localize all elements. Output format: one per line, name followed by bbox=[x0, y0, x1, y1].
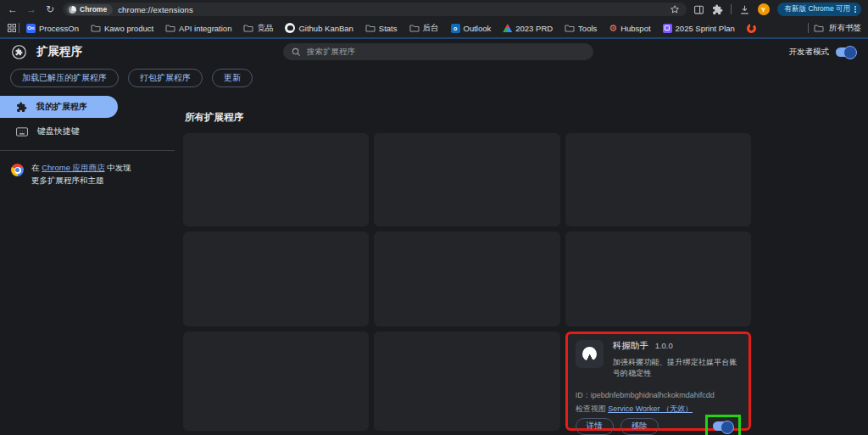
back-icon[interactable]: ← bbox=[7, 4, 19, 14]
extensions-puzzle-icon[interactable] bbox=[712, 4, 723, 15]
extension-card-empty bbox=[374, 133, 559, 226]
download-icon[interactable] bbox=[739, 4, 750, 15]
processon-icon: On bbox=[26, 24, 36, 33]
extension-id-value: ipebdnfebmbghidnalhckokmdahifcdd bbox=[591, 391, 715, 399]
kawo-extension-icon bbox=[576, 340, 604, 368]
chrome-store-icon bbox=[11, 164, 24, 176]
extension-card-empty bbox=[565, 231, 751, 326]
remove-button[interactable]: 移除 bbox=[620, 418, 659, 435]
bookmarks-separator bbox=[19, 23, 19, 33]
search-placeholder: 搜索扩展程序 bbox=[307, 47, 355, 58]
details-button[interactable]: 详情 bbox=[576, 418, 614, 435]
extensions-grid: 科握助手 1.0.0 加强科握功能、提升绑定社媒平台账号的稳定性 ID：ipeb… bbox=[183, 133, 751, 431]
bookmark-api-integration[interactable]: API integration bbox=[160, 20, 236, 36]
keyboard-icon bbox=[16, 127, 28, 137]
bookmark-favicon-only[interactable] bbox=[742, 20, 761, 36]
bookmark-2023-prd[interactable]: 2023 PRD bbox=[498, 20, 558, 36]
extension-card-empty bbox=[374, 231, 559, 326]
url-text: chrome://extensions bbox=[118, 5, 193, 14]
bookmark-label: API integration bbox=[179, 24, 231, 33]
extension-version: 1.0.0 bbox=[655, 341, 673, 350]
drive-icon bbox=[503, 24, 512, 32]
bookmark-label: 后台 bbox=[423, 23, 439, 34]
bookmark-label: 竞品 bbox=[257, 23, 273, 34]
page-title: 扩展程序 bbox=[36, 44, 82, 59]
web-store-promo-text: 在 Chrome 应用商店 中发现 更多扩展程序和主题 bbox=[31, 162, 131, 187]
chrome-update-chip-label: 有新版 Chrome 可用 bbox=[785, 4, 850, 14]
bookmark-2025-sprint-plan[interactable]: 2025 Sprint Plan bbox=[658, 20, 740, 36]
sidebar: 我的扩展程序 键盘快捷键 在 Chrome 应用商店 中发现 更多扩展程序和主题 bbox=[0, 92, 175, 187]
address-bar[interactable]: Chrome chrome://extensions bbox=[63, 3, 687, 16]
developer-mode-control: 开发者模式 bbox=[789, 47, 857, 58]
folder-icon bbox=[565, 24, 575, 32]
sidebar-item-label: 键盘快捷键 bbox=[37, 125, 80, 137]
puzzle-icon bbox=[16, 102, 27, 113]
pack-extension-button[interactable]: 打包扩展程序 bbox=[128, 69, 203, 87]
extension-name: 科握助手 bbox=[613, 340, 648, 352]
search-icon bbox=[292, 47, 301, 57]
red-ring-icon bbox=[745, 21, 758, 34]
store-text-prefix: 在 bbox=[31, 163, 42, 172]
bookmark-label: ProcessOn bbox=[39, 24, 79, 33]
bookmark-processon[interactable]: On ProcessOn bbox=[21, 20, 84, 36]
all-bookmarks[interactable]: 所有书签 bbox=[808, 23, 861, 34]
developer-actions: 加载已解压的扩展程序 打包扩展程序 更新 bbox=[0, 64, 868, 92]
site-chip: Chrome bbox=[66, 4, 113, 15]
extension-card-empty bbox=[183, 133, 369, 226]
bookmark-label: Outlook bbox=[464, 24, 492, 33]
profile-avatar[interactable]: Y bbox=[758, 3, 770, 15]
site-chip-label: Chrome bbox=[80, 5, 107, 14]
bookmark-hubspot[interactable]: ⚙ Hubspot bbox=[604, 20, 655, 36]
bookmark-outlook[interactable]: o Outlook bbox=[446, 20, 497, 36]
bookmark-tools[interactable]: Tools bbox=[559, 20, 602, 36]
all-bookmarks-label: 所有书签 bbox=[829, 23, 861, 34]
bookmark-label: 2025 Sprint Plan bbox=[676, 24, 735, 33]
section-title: 所有扩展程序 bbox=[185, 111, 751, 124]
extensions-main: 所有扩展程序 科握助手 1.0.0 加强科握功能、提升绑定社媒平台账 bbox=[175, 92, 751, 431]
developer-mode-label: 开发者模式 bbox=[789, 47, 830, 58]
extension-inspect-line: 检查视图 Service Worker （无效） bbox=[576, 404, 741, 415]
toolbar-icon-cluster: Y 有新版 Chrome 可用 bbox=[693, 3, 861, 16]
folder-icon bbox=[165, 24, 175, 32]
web-store-link[interactable]: Chrome 应用商店 bbox=[42, 163, 104, 172]
chrome-update-chip[interactable]: 有新版 Chrome 可用 bbox=[777, 3, 861, 16]
bookmark-github-kanban[interactable]: Github KanBan bbox=[280, 20, 358, 36]
extensions-logo-icon bbox=[12, 45, 26, 59]
extension-card-kawo-assistant: 科握助手 1.0.0 加强科握功能、提升绑定社媒平台账号的稳定性 ID：ipeb… bbox=[565, 332, 751, 431]
folder-icon bbox=[91, 24, 101, 32]
sprint-plan-icon bbox=[663, 24, 672, 33]
developer-mode-toggle[interactable] bbox=[836, 47, 856, 57]
folder-icon bbox=[243, 24, 253, 32]
side-panel-icon[interactable] bbox=[693, 4, 704, 15]
web-store-promo: 在 Chrome 应用商店 中发现 更多扩展程序和主题 bbox=[0, 151, 175, 187]
service-worker-link[interactable]: Service Worker （无效） bbox=[608, 404, 693, 413]
extension-id-line: ID：ipebdnfebmbghidnalhckokmdahifcdd bbox=[576, 390, 741, 401]
sidebar-item-my-extensions[interactable]: 我的扩展程序 bbox=[0, 96, 118, 118]
search-input[interactable]: 搜索扩展程序 bbox=[283, 43, 593, 60]
bookmark-kawo-product[interactable]: Kawo product bbox=[86, 20, 159, 36]
apps-grid-icon[interactable] bbox=[7, 23, 17, 33]
bookmark-label: Stats bbox=[379, 24, 398, 33]
bookmark-stats[interactable]: Stats bbox=[360, 20, 403, 36]
folder-icon bbox=[814, 24, 824, 32]
extension-card-empty bbox=[183, 332, 369, 431]
store-text-line2: 更多扩展程序和主题 bbox=[31, 176, 104, 185]
github-icon bbox=[285, 23, 295, 33]
menu-dots-icon[interactable] bbox=[854, 5, 856, 14]
load-unpacked-button[interactable]: 加载已解压的扩展程序 bbox=[10, 69, 119, 87]
bookmark-competitors[interactable]: 竞品 bbox=[238, 20, 278, 36]
bookmark-label: Kawo product bbox=[104, 24, 153, 33]
reload-icon[interactable]: ↻ bbox=[44, 4, 56, 14]
bookmark-backend[interactable]: 后台 bbox=[404, 20, 444, 36]
extension-card-top: 科握助手 1.0.0 加强科握功能、提升绑定社媒平台账号的稳定性 bbox=[576, 340, 741, 379]
extension-enabled-toggle[interactable] bbox=[713, 421, 733, 431]
forward-icon[interactable]: → bbox=[25, 4, 37, 14]
hubspot-icon: ⚙ bbox=[609, 24, 617, 33]
chrome-icon bbox=[69, 6, 76, 14]
extension-id-label: ID： bbox=[576, 391, 591, 399]
sidebar-item-keyboard-shortcuts[interactable]: 键盘快捷键 bbox=[0, 120, 175, 142]
update-button[interactable]: 更新 bbox=[212, 69, 253, 87]
bookmark-star-icon[interactable] bbox=[670, 4, 680, 14]
store-text-middle: 中发现 bbox=[105, 163, 131, 172]
extension-title-block: 科握助手 1.0.0 加强科握功能、提升绑定社媒平台账号的稳定性 bbox=[613, 340, 741, 379]
